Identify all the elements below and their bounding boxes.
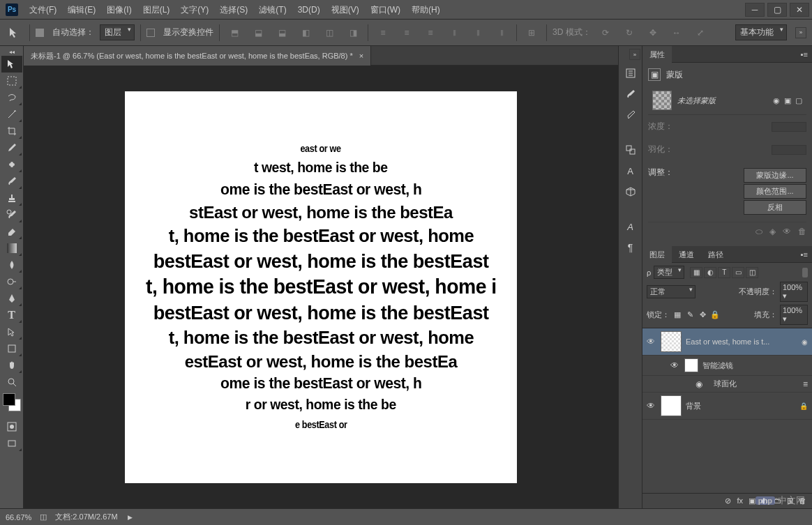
lock-position-icon[interactable]: ✥ [698,310,707,320]
layer-row[interactable]: 👁背景🔒 [642,393,812,420]
layer-row[interactable]: 👁智能滤镜 [642,356,812,376]
magic-wand-tool[interactable] [1,106,22,123]
lock-transparency-icon[interactable]: ▦ [672,310,682,320]
close-tab-icon[interactable]: × [359,52,363,60]
menu-item-10[interactable]: 帮助(H) [406,0,446,20]
text-tool[interactable]: T [1,307,22,324]
blur-tool[interactable] [1,257,22,273]
history-brush-tool[interactable] [1,206,22,223]
filter-pixel-icon[interactable]: ▦ [690,267,702,278]
filter-toggle[interactable] [802,268,808,277]
blend-mode-dropdown[interactable]: 正常 [647,285,696,298]
layer-style-icon[interactable]: fx [737,496,743,505]
invert-button[interactable]: 反相 [744,200,806,215]
menu-item-2[interactable]: 图像(I) [101,0,137,20]
layer-name[interactable]: 球面化 [714,379,799,389]
3d-panel-icon[interactable] [622,184,639,199]
eyedropper-tool[interactable] [1,139,22,156]
menu-item-3[interactable]: 图层(L) [137,0,176,20]
filter-adjust-icon[interactable]: ◐ [704,267,716,278]
zoom-level[interactable]: 66.67% [6,513,31,522]
layer-panel-menu-icon[interactable]: ▪≡ [797,250,812,259]
layer-name[interactable]: 背景 [686,401,795,411]
maximize-button[interactable]: ▢ [767,3,787,17]
layer-row[interactable]: 👁East or west, home is t...◉ [642,328,812,356]
quick-mask-tool[interactable] [1,418,22,435]
filter-settings-icon[interactable]: ≡ [803,379,808,389]
filter-smartobj-icon[interactable]: ◫ [746,267,758,278]
visibility-icon[interactable]: 👁 [647,401,656,411]
character-styles-icon[interactable]: A [622,219,639,234]
color-swatches[interactable] [0,390,23,418]
paragraph-panel-icon[interactable]: ¶ [622,240,639,255]
menu-item-8[interactable]: 视图(V) [326,0,365,20]
layer-thumbnail[interactable] [684,358,698,372]
shape-tool[interactable] [1,340,22,357]
move-tool[interactable] [1,56,22,73]
screen-mode-tool[interactable] [1,435,22,452]
zoom-scrubber-icon[interactable]: ◫ [40,512,47,522]
path-select-tool[interactable] [1,324,22,340]
menu-item-4[interactable]: 文字(Y) [175,0,214,20]
workspace-dropdown[interactable]: 基本功能 [735,24,787,40]
lock-pixels-icon[interactable]: ✎ [685,310,695,320]
auto-select-dropdown[interactable]: 图层 [100,24,135,40]
pen-tool[interactable] [1,290,22,307]
clone-source-icon[interactable] [622,142,639,158]
move-tool-icon[interactable] [6,24,24,42]
layer-row[interactable]: ◉球面化≡ [642,376,812,393]
auto-select-checkbox[interactable] [36,29,44,37]
document-tab[interactable]: 未标题-1 @ 66.7% (East or west, home is the… [24,46,371,66]
menu-item-0[interactable]: 文件(F) [24,0,62,20]
menu-item-1[interactable]: 编辑(E) [62,0,101,20]
doc-info[interactable]: 文档:2.07M/2.67M [55,512,117,522]
visibility-icon[interactable]: 👁 [647,337,656,347]
menu-item-7[interactable]: 3D(D) [292,0,326,20]
history-panel-icon[interactable] [622,66,639,81]
brush-tool[interactable] [1,173,22,190]
layer-thumbnail[interactable] [661,395,682,416]
add-pixel-mask-icon[interactable]: ▣ [784,96,791,105]
character-panel-icon[interactable]: A [622,163,639,178]
pixel-mask-icon[interactable]: ◉ [773,96,780,105]
minimize-button[interactable]: ─ [745,3,765,17]
doc-info-menu-icon[interactable]: ▶ [128,514,133,521]
mask-mode-icon[interactable]: ▣ [648,68,661,81]
visibility-icon[interactable]: 👁 [670,360,680,370]
dodge-tool[interactable] [1,273,22,290]
brush-presets-icon[interactable] [622,107,639,123]
zoom-tool[interactable] [1,374,22,390]
color-range-button[interactable]: 颜色范围... [744,184,806,199]
properties-tab[interactable]: 属性 [642,46,672,63]
crop-tool[interactable] [1,123,22,139]
expand-column-button[interactable]: » [629,49,640,60]
canvas[interactable]: east or wet west, home is the beome is t… [125,91,517,483]
stamp-tool[interactable] [1,190,22,206]
foreground-color[interactable] [3,393,15,406]
link-layers-icon[interactable]: ⊘ [725,496,731,505]
paths-tab[interactable]: 路径 [701,246,730,263]
show-transform-checkbox[interactable] [146,29,155,37]
close-button[interactable]: ✕ [790,3,809,17]
layers-tab[interactable]: 图层 [642,246,672,263]
lasso-tool[interactable] [1,89,22,106]
filter-text-icon[interactable]: T [718,267,730,278]
add-vector-mask-icon[interactable]: ▢ [795,96,802,105]
brushes-panel-icon[interactable] [622,86,639,102]
menu-item-6[interactable]: 滤镜(T) [253,0,292,20]
eraser-tool[interactable] [1,223,22,240]
layer-name[interactable]: East or west, home is t... [686,337,797,346]
layer-filter-dropdown[interactable]: 类型 [654,266,684,279]
fill-input[interactable]: 100% ▾ [780,305,808,325]
hand-tool[interactable] [1,357,22,374]
panel-menu-icon[interactable]: ▪≡ [797,50,812,59]
lock-all-icon[interactable]: 🔒 [710,310,720,320]
opacity-input[interactable]: 100% ▾ [780,282,808,302]
gradient-tool[interactable] [1,240,22,257]
layer-name[interactable]: 智能滤镜 [702,360,808,371]
channels-tab[interactable]: 通道 [672,246,701,263]
healing-tool[interactable] [1,156,22,173]
add-mask-icon[interactable]: ▣ [749,496,755,505]
layer-thumbnail[interactable] [661,331,682,352]
collapse-panels-button[interactable]: » [795,27,806,38]
